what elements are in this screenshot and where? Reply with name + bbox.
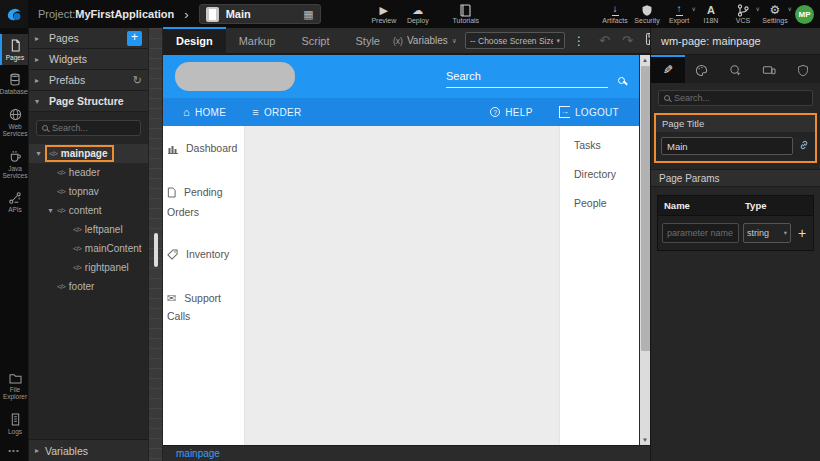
wavemaker-logo[interactable] [0,0,28,28]
selected-node-highlight: </> mainpage [45,145,114,162]
canvas-ruler-splitter[interactable] [148,28,163,461]
nav-order[interactable]: ≡ ORDER [252,106,301,118]
canvas-main-content[interactable] [245,126,559,445]
section-widgets[interactable]: ▸ Widgets [29,49,148,70]
section-pages[interactable]: ▸ Pages + [29,28,148,49]
tab-events[interactable] [719,55,753,83]
rail-item-databases[interactable]: Databases [0,68,28,99]
tab-devices[interactable] [752,55,786,83]
tab-markup[interactable]: Markup [226,27,289,54]
security-button[interactable]: Security [631,0,663,28]
open-page-tab[interactable]: Main ▦ [199,4,321,24]
more-options-icon[interactable]: ••• [0,442,28,461]
caret-right-icon: ▸ [35,34,43,43]
tab-security[interactable] [786,55,820,83]
status-page-name[interactable]: mainpage [176,448,220,459]
variables-icon: (x) [393,36,403,46]
i18n-button[interactable]: A I18N [695,0,727,28]
tree-node-footer[interactable]: </> footer [29,277,148,296]
widget-code-icon: </> [57,168,65,177]
scroll-up-icon[interactable]: ▲ [642,55,648,65]
rail-item-file-explorer[interactable]: File Explorer [0,368,28,405]
tab-script[interactable]: Script [288,27,342,54]
cloud-upload-icon: ☁ [412,4,423,17]
section-variables[interactable]: ▸ Variables [29,439,148,461]
page-title-input[interactable] [661,137,793,155]
nav-logout[interactable]: → LOGOUT [559,106,619,118]
page-tab-label: Main [226,8,297,20]
properties-search-input[interactable] [674,93,807,103]
properties-search[interactable] [658,90,813,106]
menu-item-tasks[interactable]: Tasks [574,139,639,151]
nav-home[interactable]: ⌂ HOME [183,106,226,118]
section-page-structure[interactable]: ▾ Page Structure [29,91,148,112]
scroll-down-icon[interactable]: ▼ [642,435,648,445]
preview-button[interactable]: ▶ Preview [368,0,400,28]
rail-item-web-services[interactable]: Web Services [0,103,28,142]
page-title-group-highlighted: Page Title [654,113,817,163]
search-icon [664,95,670,101]
search-icon[interactable] [618,77,625,84]
redo-button[interactable]: ↷ [622,33,633,48]
add-param-button[interactable]: + [795,225,809,241]
tree-node-mainpage[interactable]: ▾ </> mainpage [29,144,148,163]
structure-search[interactable] [36,120,141,136]
artifacts-button[interactable]: ↓ Artifacts [599,0,631,28]
structure-search-input[interactable] [52,123,135,133]
palette-icon [695,64,708,77]
refresh-icon[interactable]: ↻ [133,74,142,87]
splitter-handle[interactable] [154,233,158,267]
nav-help[interactable]: ? HELP [490,106,532,118]
rail-item-java-services[interactable]: Java Services [0,145,28,184]
menu-item-pending-orders[interactable]: Pending Orders [167,184,240,222]
page-params-header[interactable]: Page Params [651,169,820,187]
canvas-scrollbar[interactable]: ▲ ▼ [639,55,650,445]
param-type-select[interactable]: string ▾ [743,223,791,243]
tab-design[interactable]: Design [163,27,226,54]
export-button[interactable]: ↑ Export ∨ [663,0,695,28]
chevron-down-icon: ∨ [452,37,457,45]
tree-node-rightpanel[interactable]: </> rightpanel [29,258,148,277]
tree-node-header[interactable]: </> header [29,163,148,182]
tutorials-button[interactable]: Tutorials [450,0,482,28]
canvas-column: Design Markup Script Style (x) Variables… [163,28,650,461]
tree-node-content[interactable]: ▾ </> content [29,201,148,220]
logout-icon: → [559,106,570,118]
scrollbar-thumb[interactable] [641,66,650,351]
screen-size-select[interactable]: -- Choose Screen Size -- ▾ [465,32,565,49]
widget-code-icon: </> [57,187,65,196]
menu-item-people[interactable]: People [574,197,639,209]
page-params-table: Name Type string ▾ + [657,195,814,251]
app-search[interactable]: Search [446,66,625,88]
menu-item-inventory[interactable]: Inventory [167,246,240,266]
rail-item-logs[interactable]: Logs [0,408,28,439]
deploy-button[interactable]: ☁ Deploy [402,0,434,28]
more-menu-icon[interactable]: ⋮ [573,34,585,48]
vcs-button[interactable]: VCS ∨ [727,0,759,28]
design-canvas[interactable]: Search ⌂ HOME ≡ ORDER [163,55,639,445]
menu-item-directory[interactable]: Directory [574,168,639,180]
grid-icon[interactable]: ▦ [303,8,313,21]
bind-link-icon[interactable] [798,137,810,155]
variables-dropdown[interactable]: (x) Variables ∨ [393,35,457,46]
section-prefabs[interactable]: ▸ Prefabs ↻ [29,70,148,91]
user-avatar[interactable]: MP [795,5,814,24]
tree-node-topnav[interactable]: </> topnav [29,182,148,201]
add-page-button[interactable]: + [127,31,142,46]
tab-style[interactable]: Style [343,27,393,54]
menu-item-dashboard[interactable]: Dashboard [167,140,240,160]
undo-button[interactable]: ↶ [599,33,610,48]
tree-node-leftpanel[interactable]: </> leftpanel [29,220,148,239]
menu-item-support-calls[interactable]: ✉Support Calls [167,289,240,326]
canvas-left-menu: Dashboard Pending Orders Inventory [163,126,245,445]
param-name-input[interactable] [662,223,739,243]
properties-tabs: ✎ [651,55,820,83]
tree-node-maincontent[interactable]: </> mainContent [29,239,148,258]
tab-properties[interactable]: ✎ [651,55,685,83]
settings-button[interactable]: ⚙ Settings ∨ [759,0,791,28]
tab-styles[interactable] [685,55,719,83]
canvas-app-header[interactable]: Search [163,55,639,98]
menu-icon: ≡ [252,106,259,118]
rail-item-apis[interactable]: APIs [0,187,28,217]
rail-item-pages[interactable]: Pages [0,34,28,65]
